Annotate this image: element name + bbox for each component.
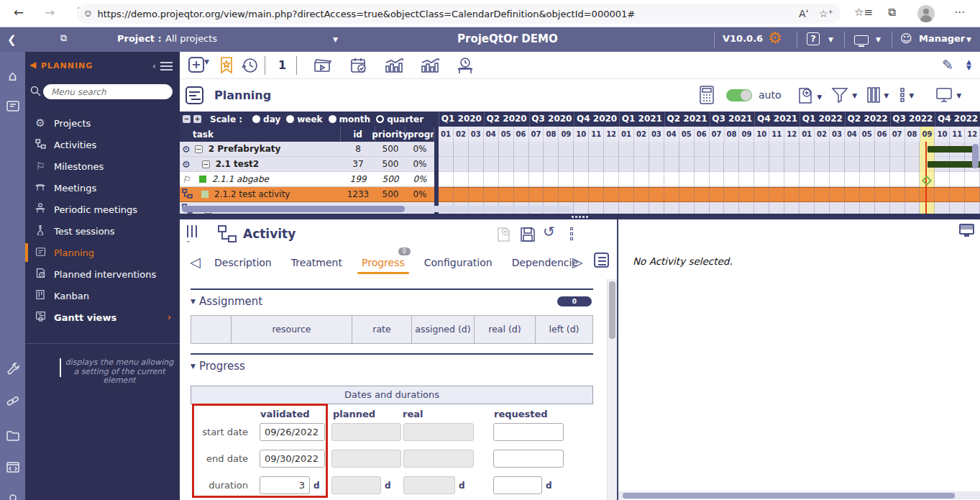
right-panel-scrollbar[interactable] xyxy=(618,491,980,499)
add-report-icon[interactable]: ▼ xyxy=(797,86,822,107)
activity-scrollbar[interactable] xyxy=(607,279,617,500)
col-priority[interactable]: priority xyxy=(375,127,406,142)
user-icon[interactable]: ☺ xyxy=(900,32,912,45)
validated-start-date-input[interactable] xyxy=(260,423,325,441)
favorites-bar-icon[interactable]: ☆≡ xyxy=(854,6,873,19)
tab-progress[interactable]: Progress0 xyxy=(362,257,405,268)
task-row-2-prefabrykaty[interactable]: ⚙−2 Prefabrykaty85000% xyxy=(180,142,434,157)
sidebar-item-kanban[interactable]: Kanban xyxy=(25,285,180,306)
tab-description[interactable]: Description xyxy=(214,257,272,268)
settings-wrench-icon[interactable] xyxy=(4,361,22,379)
bookmark-icon[interactable] xyxy=(219,56,234,77)
save-icon[interactable] xyxy=(519,226,536,245)
menu-search-input[interactable] xyxy=(43,84,173,99)
zoom-in-button[interactable]: + xyxy=(193,115,201,123)
add-favorite-icon[interactable]: ☆⁺ xyxy=(819,8,833,19)
help-caret-icon[interactable]: ▼ xyxy=(828,36,833,43)
new-window-icon[interactable]: ⧉ xyxy=(60,32,67,44)
browser-profile-avatar[interactable] xyxy=(917,5,935,22)
resource-chart-icon[interactable] xyxy=(383,57,403,77)
gantt-vertical-scrollbar[interactable] xyxy=(972,144,979,168)
global-chart-icon[interactable] xyxy=(419,57,439,77)
simulation-icon[interactable] xyxy=(313,57,331,76)
sidebar-item-periodic-meetings[interactable]: Periodic meetings xyxy=(25,199,180,220)
collections-icon[interactable]: ⧉ xyxy=(888,6,896,19)
col-id[interactable]: id xyxy=(341,127,375,142)
more-options-icon[interactable]: ▼ xyxy=(899,86,914,106)
project-select-caret-icon[interactable]: ▼ xyxy=(333,36,338,43)
url-text[interactable]: https://demo.projeqtor.org/view/main.php… xyxy=(97,9,789,19)
scale-option-day[interactable]: day xyxy=(252,114,280,124)
user-caret-icon[interactable]: ▼ xyxy=(966,36,971,43)
display-icon[interactable] xyxy=(854,34,869,45)
detail-more-icon[interactable] xyxy=(570,227,574,242)
calendar-check-icon[interactable] xyxy=(349,57,368,77)
edit-pencil-icon[interactable]: ✎ xyxy=(942,57,953,73)
sidebar-item-meetings[interactable]: Meetings xyxy=(25,177,180,199)
project-select-value[interactable]: All projects xyxy=(165,33,217,44)
app-back-icon[interactable]: ❮ xyxy=(7,33,17,46)
requested-end-date-input[interactable] xyxy=(493,450,564,468)
sidebar-back-icon[interactable]: ◀ xyxy=(29,60,36,70)
auto-toggle[interactable] xyxy=(726,89,752,101)
sidebar-item-projects[interactable]: ⚙Projects xyxy=(25,112,180,134)
columns-icon[interactable]: ▼ xyxy=(866,86,889,106)
panel-display-icon[interactable] xyxy=(959,224,974,235)
sidebar-item-activities[interactable]: Activities xyxy=(25,134,180,155)
task-row-2-1-test2[interactable]: ⚙−2.1 test2375000% xyxy=(180,157,434,172)
progress-section-title[interactable]: ▼Progress xyxy=(191,360,245,373)
sort-arrows-icon[interactable]: ▲▼ xyxy=(966,59,971,71)
tabs-scroll-left-icon[interactable]: ◁ xyxy=(190,254,201,270)
col-task[interactable]: task xyxy=(180,127,341,142)
scale-option-quarter[interactable]: quarter xyxy=(376,114,423,124)
panel-columns-icon[interactable] xyxy=(187,225,197,237)
gantt-horizontal-scrollbar[interactable] xyxy=(182,206,572,212)
tab-configuration[interactable]: Configuration xyxy=(424,257,493,268)
sidebar-item-milestones[interactable]: ⚐Milestones xyxy=(25,155,180,177)
task-row-2-1-2-test-activity[interactable]: 2.1.2 test activity12335000% xyxy=(180,187,434,202)
add-button[interactable]: +▼ xyxy=(188,57,209,73)
sidebar-collapse-icon[interactable]: ‹ xyxy=(152,60,173,72)
assignment-section-title[interactable]: ▼Assignment xyxy=(191,295,262,308)
sidebar-item-planned-interventions[interactable]: Planned interventions xyxy=(25,263,180,285)
tabs-scroll-right-icon[interactable]: ▷ xyxy=(572,254,583,270)
task-row-2-1-1-abgabe[interactable]: ⚐2.1.1 abgabe1995000% xyxy=(180,172,434,187)
read-aloud-icon[interactable]: Aʻ xyxy=(799,8,809,19)
user-name[interactable]: Manager xyxy=(919,33,965,44)
tab-dependencie[interactable]: Dependencie xyxy=(512,257,578,268)
home-icon[interactable]: ⌂ xyxy=(4,68,22,86)
col-progress[interactable]: progre xyxy=(406,127,434,142)
requested-start-date-input[interactable] xyxy=(493,423,564,441)
scale-option-month[interactable]: month xyxy=(329,114,371,124)
gantt-bar-prefabrykaty[interactable] xyxy=(928,146,976,153)
panel-layout-icon[interactable] xyxy=(4,99,22,117)
tab-treatment[interactable]: Treatment xyxy=(291,257,342,268)
requested-duration-input[interactable] xyxy=(493,476,542,494)
history-icon[interactable] xyxy=(241,57,259,77)
panel-collapse-chevron-icon[interactable]: ⌄ xyxy=(186,237,191,244)
zoom-out-button[interactable]: − xyxy=(183,115,191,123)
sidebar-item-gantt-views[interactable]: Gantt views› xyxy=(25,306,180,328)
validated-end-date-input[interactable] xyxy=(260,450,325,468)
code-icon[interactable] xyxy=(4,460,22,478)
sidebar-item-planning[interactable]: Planning xyxy=(25,242,180,263)
person-icon[interactable] xyxy=(4,493,22,500)
validated-duration-input[interactable] xyxy=(260,476,310,494)
display-mode-icon[interactable]: ▼ xyxy=(935,86,961,106)
filter-icon[interactable]: ▼ xyxy=(830,86,857,106)
browser-menu-icon[interactable]: ⋯ xyxy=(954,6,965,19)
address-bar[interactable]: ⎊ https://demo.projeqtor.org/view/main.p… xyxy=(77,4,841,24)
undo-icon[interactable]: ↺ xyxy=(543,224,555,239)
horizontal-splitter[interactable] xyxy=(180,214,980,219)
scale-option-week[interactable]: week xyxy=(286,114,322,124)
sidebar-item-test-sessions[interactable]: Test sessions xyxy=(25,220,180,242)
folder-icon[interactable] xyxy=(4,428,22,446)
collapse-toggle[interactable]: − xyxy=(195,145,203,153)
calculator-icon[interactable] xyxy=(697,85,716,107)
link-icon[interactable] xyxy=(4,394,22,412)
collapse-toggle[interactable]: − xyxy=(202,160,210,168)
browser-back-icon[interactable]: ← xyxy=(10,5,27,19)
help-icon[interactable]: ? xyxy=(807,32,820,45)
tab-list-icon[interactable] xyxy=(594,253,609,268)
display-caret-icon[interactable]: ▼ xyxy=(876,36,881,43)
